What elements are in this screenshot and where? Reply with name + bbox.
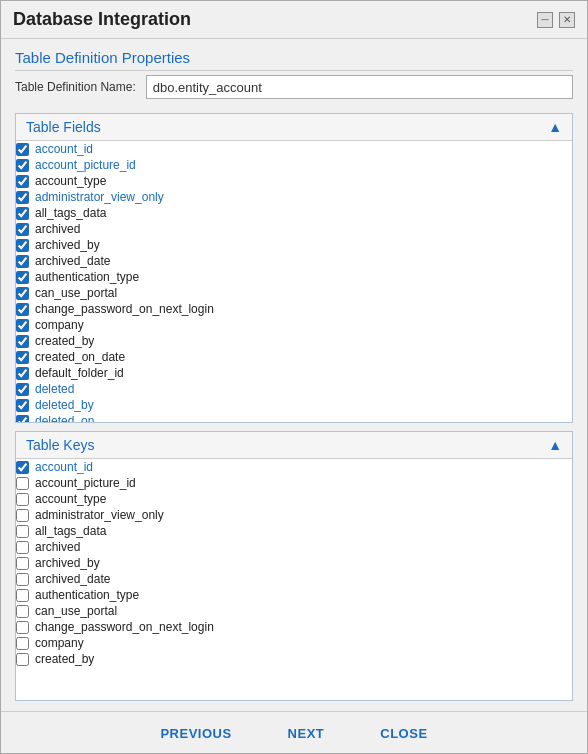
table-definition-name-input[interactable] [146, 75, 573, 99]
field-label-text: all_tags_data [35, 206, 106, 220]
table-field-item: deleted_by [16, 397, 572, 413]
field-label-text: change_password_on_next_login [35, 302, 214, 316]
field-checkbox[interactable] [16, 143, 29, 156]
main-window: Database Integration ─ ✕ Table Definitio… [0, 0, 588, 754]
table-field-item: created_on_date [16, 349, 572, 365]
minimize-button[interactable]: ─ [537, 12, 553, 28]
field-label-text: account_picture_id [35, 158, 136, 172]
window-title: Database Integration [13, 9, 191, 30]
table-field-item: created_by [16, 333, 572, 349]
field-checkbox[interactable] [16, 239, 29, 252]
key-label-text: company [35, 636, 84, 650]
key-checkbox[interactable] [16, 589, 29, 602]
field-label-text: default_folder_id [35, 366, 124, 380]
table-fields-list[interactable]: account_idaccount_picture_idaccount_type… [16, 141, 572, 422]
close-button[interactable]: ✕ [559, 12, 575, 28]
field-label-text: deleted [35, 382, 74, 396]
table-field-item: deleted [16, 381, 572, 397]
field-checkbox[interactable] [16, 367, 29, 380]
previous-button[interactable]: PREVIOUS [152, 724, 239, 743]
field-label-text: administrator_view_only [35, 190, 164, 204]
table-key-item: account_type [16, 491, 572, 507]
table-key-item: change_password_on_next_login [16, 619, 572, 635]
key-label-text: archived [35, 540, 80, 554]
table-key-item: administrator_view_only [16, 507, 572, 523]
field-label-text: deleted_by [35, 398, 94, 412]
field-checkbox[interactable] [16, 303, 29, 316]
field-checkbox[interactable] [16, 319, 29, 332]
next-button[interactable]: NEXT [280, 724, 333, 743]
table-definition-section: Table Definition Properties Table Defini… [15, 49, 573, 105]
table-definition-name-row: Table Definition Name: [15, 75, 573, 99]
table-key-item: account_id [16, 459, 572, 475]
field-label-text: account_id [35, 142, 93, 156]
table-field-item: account_type [16, 173, 572, 189]
field-checkbox[interactable] [16, 223, 29, 236]
table-keys-header[interactable]: Table Keys ▲ [16, 432, 572, 459]
key-checkbox[interactable] [16, 509, 29, 522]
field-checkbox[interactable] [16, 399, 29, 412]
table-key-item: archived_by [16, 555, 572, 571]
key-checkbox[interactable] [16, 525, 29, 538]
table-key-item: can_use_portal [16, 603, 572, 619]
table-field-item: default_folder_id [16, 365, 572, 381]
table-definition-name-label: Table Definition Name: [15, 80, 136, 94]
table-keys-section: Table Keys ▲ account_idaccount_picture_i… [15, 431, 573, 701]
table-field-item: change_password_on_next_login [16, 301, 572, 317]
key-checkbox[interactable] [16, 557, 29, 570]
close-button-footer[interactable]: CLOSE [372, 724, 435, 743]
table-key-item: created_by [16, 651, 572, 667]
table-keys-collapse-icon: ▲ [548, 437, 562, 453]
key-checkbox[interactable] [16, 573, 29, 586]
field-checkbox[interactable] [16, 159, 29, 172]
main-content: Table Definition Properties Table Defini… [1, 39, 587, 711]
key-checkbox[interactable] [16, 477, 29, 490]
table-keys-list[interactable]: account_idaccount_picture_idaccount_type… [16, 459, 572, 700]
table-field-item: company [16, 317, 572, 333]
key-label-text: can_use_portal [35, 604, 117, 618]
table-field-item: authentication_type [16, 269, 572, 285]
field-label-text: deleted_on [35, 414, 94, 422]
field-checkbox[interactable] [16, 207, 29, 220]
field-checkbox[interactable] [16, 175, 29, 188]
key-label-text: archived_by [35, 556, 100, 570]
table-key-item: account_picture_id [16, 475, 572, 491]
field-checkbox[interactable] [16, 415, 29, 423]
key-label-text: account_picture_id [35, 476, 136, 490]
key-checkbox[interactable] [16, 461, 29, 474]
table-key-item: company [16, 635, 572, 651]
field-checkbox[interactable] [16, 287, 29, 300]
title-bar: Database Integration ─ ✕ [1, 1, 587, 39]
field-label-text: archived_by [35, 238, 100, 252]
field-label-text: archived_date [35, 254, 110, 268]
field-checkbox[interactable] [16, 191, 29, 204]
table-field-item: can_use_portal [16, 285, 572, 301]
table-fields-header[interactable]: Table Fields ▲ [16, 114, 572, 141]
table-field-item: all_tags_data [16, 205, 572, 221]
key-label-text: archived_date [35, 572, 110, 586]
key-label-text: account_id [35, 460, 93, 474]
field-checkbox[interactable] [16, 335, 29, 348]
key-checkbox[interactable] [16, 621, 29, 634]
key-checkbox[interactable] [16, 605, 29, 618]
field-label-text: created_on_date [35, 350, 125, 364]
table-field-item: deleted_on [16, 413, 572, 422]
field-label-text: archived [35, 222, 80, 236]
key-label-text: authentication_type [35, 588, 139, 602]
key-checkbox[interactable] [16, 541, 29, 554]
key-checkbox[interactable] [16, 653, 29, 666]
field-checkbox[interactable] [16, 351, 29, 364]
field-label-text: created_by [35, 334, 94, 348]
table-field-item: archived [16, 221, 572, 237]
field-label-text: can_use_portal [35, 286, 117, 300]
footer: PREVIOUS NEXT CLOSE [1, 711, 587, 753]
field-checkbox[interactable] [16, 271, 29, 284]
key-label-text: administrator_view_only [35, 508, 164, 522]
key-checkbox[interactable] [16, 493, 29, 506]
table-field-item: account_id [16, 141, 572, 157]
table-key-item: authentication_type [16, 587, 572, 603]
table-key-item: archived_date [16, 571, 572, 587]
field-checkbox[interactable] [16, 383, 29, 396]
field-checkbox[interactable] [16, 255, 29, 268]
key-checkbox[interactable] [16, 637, 29, 650]
